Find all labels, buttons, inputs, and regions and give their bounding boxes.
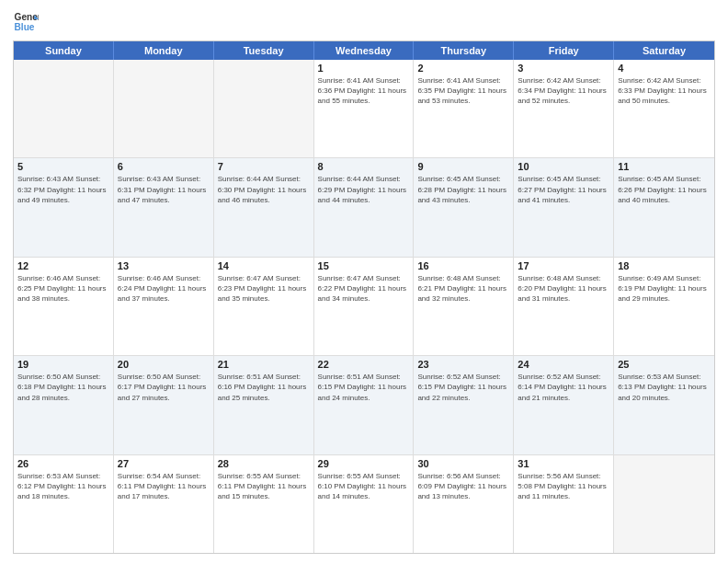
day-number: 22 (318, 359, 410, 370)
day-number: 30 (417, 458, 509, 469)
day-info: Sunrise: 6:47 AM Sunset: 6:23 PM Dayligh… (218, 273, 310, 304)
calendar-row: 26Sunrise: 6:53 AM Sunset: 6:12 PM Dayli… (14, 455, 714, 553)
day-number: 19 (17, 359, 109, 370)
day-info: Sunrise: 6:44 AM Sunset: 6:29 PM Dayligh… (318, 174, 410, 205)
calendar-day-16: 16Sunrise: 6:48 AM Sunset: 6:21 PM Dayli… (414, 258, 514, 355)
day-info: Sunrise: 6:50 AM Sunset: 6:18 PM Dayligh… (17, 372, 109, 403)
day-number: 10 (518, 161, 609, 172)
day-info: Sunrise: 6:54 AM Sunset: 6:11 PM Dayligh… (118, 471, 210, 502)
day-number: 12 (17, 260, 109, 271)
day-info: Sunrise: 6:55 AM Sunset: 6:10 PM Dayligh… (318, 471, 410, 502)
day-number: 15 (318, 260, 410, 271)
calendar-empty-cell (614, 455, 714, 553)
day-info: Sunrise: 6:53 AM Sunset: 6:13 PM Dayligh… (618, 372, 711, 403)
day-number: 14 (218, 260, 310, 271)
calendar-day-31: 31Sunrise: 5:56 AM Sunset: 5:08 PM Dayli… (514, 455, 614, 553)
calendar-day-19: 19Sunrise: 6:50 AM Sunset: 6:18 PM Dayli… (14, 356, 114, 454)
calendar-row: 1Sunrise: 6:41 AM Sunset: 6:36 PM Daylig… (14, 60, 714, 158)
calendar-day-8: 8Sunrise: 6:44 AM Sunset: 6:29 PM Daylig… (314, 158, 415, 256)
day-number: 28 (218, 458, 310, 469)
day-info: Sunrise: 6:44 AM Sunset: 6:30 PM Dayligh… (218, 174, 310, 205)
calendar-day-17: 17Sunrise: 6:48 AM Sunset: 6:20 PM Dayli… (514, 258, 614, 355)
day-number: 24 (518, 359, 609, 370)
day-number: 31 (518, 458, 609, 469)
day-info: Sunrise: 6:46 AM Sunset: 6:25 PM Dayligh… (17, 273, 109, 304)
header-day-wednesday: Wednesday (314, 41, 415, 60)
day-info: Sunrise: 6:53 AM Sunset: 6:12 PM Dayligh… (17, 471, 109, 502)
calendar-day-15: 15Sunrise: 6:47 AM Sunset: 6:22 PM Dayli… (314, 258, 415, 355)
day-number: 27 (118, 458, 210, 469)
day-number: 23 (417, 359, 509, 370)
day-number: 4 (618, 63, 711, 74)
day-info: Sunrise: 6:52 AM Sunset: 6:14 PM Dayligh… (518, 372, 609, 403)
calendar-day-22: 22Sunrise: 6:51 AM Sunset: 6:15 PM Dayli… (314, 356, 415, 454)
svg-text:Blue: Blue (15, 22, 35, 32)
calendar-empty-cell (114, 60, 214, 157)
calendar-day-14: 14Sunrise: 6:47 AM Sunset: 6:23 PM Dayli… (214, 258, 314, 355)
day-info: Sunrise: 6:42 AM Sunset: 6:33 PM Dayligh… (618, 75, 711, 107)
header-day-friday: Friday (514, 41, 614, 60)
day-number: 21 (218, 359, 310, 370)
day-info: Sunrise: 6:41 AM Sunset: 6:35 PM Dayligh… (417, 75, 509, 107)
day-number: 29 (318, 458, 410, 469)
calendar-day-12: 12Sunrise: 6:46 AM Sunset: 6:25 PM Dayli… (14, 258, 114, 355)
calendar-day-20: 20Sunrise: 6:50 AM Sunset: 6:17 PM Dayli… (114, 356, 214, 454)
day-info: Sunrise: 6:55 AM Sunset: 6:11 PM Dayligh… (218, 471, 310, 502)
calendar-day-25: 25Sunrise: 6:53 AM Sunset: 6:13 PM Dayli… (614, 356, 714, 454)
day-info: Sunrise: 6:56 AM Sunset: 6:09 PM Dayligh… (417, 471, 509, 502)
day-number: 13 (118, 260, 210, 271)
calendar: SundayMondayTuesdayWednesdayThursdayFrid… (13, 40, 715, 554)
day-number: 16 (417, 260, 509, 271)
page-header: General Blue (13, 9, 715, 35)
day-number: 26 (17, 458, 109, 469)
day-info: Sunrise: 6:48 AM Sunset: 6:21 PM Dayligh… (417, 273, 509, 304)
day-number: 3 (518, 63, 609, 74)
header-day-saturday: Saturday (614, 41, 714, 60)
calendar-day-30: 30Sunrise: 6:56 AM Sunset: 6:09 PM Dayli… (414, 455, 514, 553)
day-info: Sunrise: 5:56 AM Sunset: 5:08 PM Dayligh… (518, 471, 609, 502)
calendar-row: 12Sunrise: 6:46 AM Sunset: 6:25 PM Dayli… (14, 258, 714, 356)
calendar-day-6: 6Sunrise: 6:43 AM Sunset: 6:31 PM Daylig… (114, 158, 214, 256)
day-number: 20 (118, 359, 210, 370)
day-info: Sunrise: 6:43 AM Sunset: 6:31 PM Dayligh… (118, 174, 210, 205)
header-day-tuesday: Tuesday (214, 41, 314, 60)
day-info: Sunrise: 6:43 AM Sunset: 6:32 PM Dayligh… (17, 174, 109, 205)
calendar-day-18: 18Sunrise: 6:49 AM Sunset: 6:19 PM Dayli… (614, 258, 714, 355)
day-number: 18 (618, 260, 711, 271)
day-info: Sunrise: 6:52 AM Sunset: 6:15 PM Dayligh… (417, 372, 509, 403)
calendar-day-21: 21Sunrise: 6:51 AM Sunset: 6:16 PM Dayli… (214, 356, 314, 454)
day-number: 1 (318, 63, 410, 74)
day-info: Sunrise: 6:48 AM Sunset: 6:20 PM Dayligh… (518, 273, 609, 304)
day-number: 9 (417, 161, 509, 172)
day-number: 5 (17, 161, 109, 172)
day-number: 17 (518, 260, 609, 271)
calendar-day-5: 5Sunrise: 6:43 AM Sunset: 6:32 PM Daylig… (14, 158, 114, 256)
calendar-row: 5Sunrise: 6:43 AM Sunset: 6:32 PM Daylig… (14, 158, 714, 257)
calendar-day-26: 26Sunrise: 6:53 AM Sunset: 6:12 PM Dayli… (14, 455, 114, 553)
day-info: Sunrise: 6:42 AM Sunset: 6:34 PM Dayligh… (518, 75, 609, 107)
header-day-sunday: Sunday (14, 41, 114, 60)
day-number: 25 (618, 359, 711, 370)
calendar-body: 1Sunrise: 6:41 AM Sunset: 6:36 PM Daylig… (14, 60, 714, 553)
calendar-day-10: 10Sunrise: 6:45 AM Sunset: 6:27 PM Dayli… (514, 158, 614, 256)
calendar-day-9: 9Sunrise: 6:45 AM Sunset: 6:28 PM Daylig… (414, 158, 514, 256)
day-number: 11 (618, 161, 711, 172)
logo-icon: General Blue (13, 9, 39, 35)
day-number: 8 (318, 161, 410, 172)
day-info: Sunrise: 6:41 AM Sunset: 6:36 PM Dayligh… (318, 75, 410, 107)
day-info: Sunrise: 6:45 AM Sunset: 6:28 PM Dayligh… (417, 174, 509, 205)
calendar-day-1: 1Sunrise: 6:41 AM Sunset: 6:36 PM Daylig… (314, 60, 415, 157)
calendar-day-7: 7Sunrise: 6:44 AM Sunset: 6:30 PM Daylig… (214, 158, 314, 256)
calendar-empty-cell (14, 60, 114, 157)
calendar-header: SundayMondayTuesdayWednesdayThursdayFrid… (14, 41, 714, 60)
calendar-day-27: 27Sunrise: 6:54 AM Sunset: 6:11 PM Dayli… (114, 455, 214, 553)
day-number: 2 (417, 63, 509, 74)
calendar-empty-cell (214, 60, 314, 157)
day-info: Sunrise: 6:51 AM Sunset: 6:15 PM Dayligh… (318, 372, 410, 403)
day-info: Sunrise: 6:49 AM Sunset: 6:19 PM Dayligh… (618, 273, 711, 304)
calendar-day-13: 13Sunrise: 6:46 AM Sunset: 6:24 PM Dayli… (114, 258, 214, 355)
calendar-day-2: 2Sunrise: 6:41 AM Sunset: 6:35 PM Daylig… (414, 60, 514, 157)
header-day-thursday: Thursday (414, 41, 514, 60)
calendar-day-28: 28Sunrise: 6:55 AM Sunset: 6:11 PM Dayli… (214, 455, 314, 553)
calendar-day-23: 23Sunrise: 6:52 AM Sunset: 6:15 PM Dayli… (414, 356, 514, 454)
